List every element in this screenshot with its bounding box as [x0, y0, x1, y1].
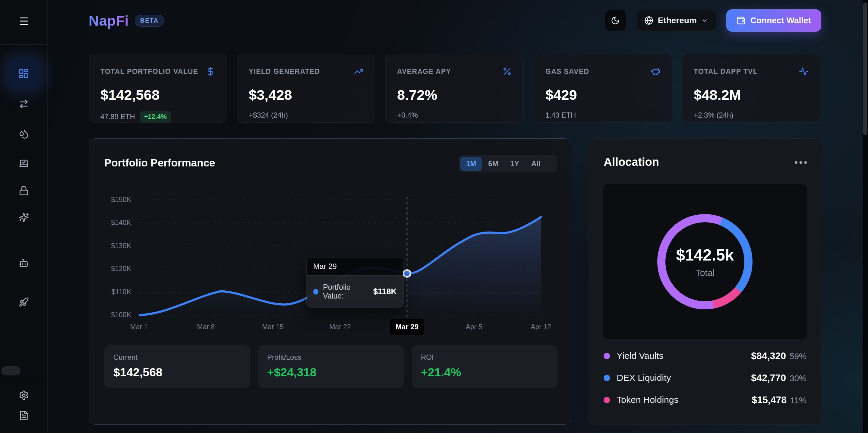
tab-6m[interactable]: 6M	[483, 157, 504, 171]
x-tick: Mar 15	[262, 323, 284, 331]
legend-item-token-holdings: Token Holdings $15,478 11%	[603, 394, 806, 406]
y-tick: $100K	[89, 311, 131, 319]
legend-value: $15,478	[752, 394, 786, 406]
scrollbar-thumb[interactable]	[863, 2, 867, 135]
sidebar	[0, 0, 48, 433]
rocket-icon[interactable]	[19, 297, 29, 307]
stat-card-gas-saved: GAS SAVED $429 1.43 ETH	[534, 54, 672, 123]
ellipsis-icon[interactable]	[795, 160, 807, 165]
summary-current: Current $142,568	[104, 345, 250, 388]
percent-icon	[502, 67, 512, 76]
header-actions: Ethereum Connect Wallet	[605, 9, 821, 32]
x-tick: Apr 5	[466, 323, 483, 331]
y-tick: $110K	[89, 288, 131, 296]
stat-value: $142,568	[100, 87, 215, 103]
x-tick: Apr 12	[531, 323, 551, 331]
stat-label: GAS SAVED	[546, 67, 589, 76]
theme-toggle-button[interactable]	[605, 10, 626, 31]
tooltip-series-label: Portfolio Value:	[323, 283, 369, 300]
summary-value: +21.4%	[421, 366, 549, 379]
x-tick: Mar 8	[197, 323, 215, 331]
tab-all[interactable]: All	[526, 157, 546, 171]
y-tick: $140K	[89, 219, 131, 227]
allocation-donut-chart[interactable]: $142.5k Total	[657, 214, 752, 309]
sidebar-item-dashboard[interactable]	[8, 59, 40, 88]
stat-label: AVERAGE APY	[397, 67, 451, 76]
droplets-icon[interactable]	[19, 129, 29, 139]
stat-card-tvl: TOTAL DAPP TVL $48.2M +2.3% (24h)	[682, 54, 820, 123]
stat-card-yield: YIELD GENERATED $3,428 +$324 (24h)	[237, 54, 375, 123]
tooltip-value: $118K	[373, 287, 397, 297]
moon-icon	[611, 16, 620, 25]
series-dot	[313, 289, 318, 295]
swap-arrows-icon[interactable]	[19, 99, 29, 109]
summary-label: ROI	[421, 353, 549, 362]
settings-icon[interactable]	[19, 390, 29, 400]
portfolio-title: Portfolio Performance	[104, 157, 215, 169]
stat-sub: +$324 (24h)	[249, 111, 288, 119]
connect-wallet-label: Connect Wallet	[750, 16, 811, 25]
network-selector[interactable]: Ethereum	[636, 10, 716, 31]
dollar-icon	[206, 67, 215, 76]
legend-dot-pink	[603, 397, 610, 403]
stat-card-portfolio-value: TOTAL PORTFOLIO VALUE $142,568 47.89 ETH…	[89, 54, 227, 123]
summary-profit-loss: Profit/Loss +$24,318	[258, 345, 404, 388]
layout-dashboard-icon	[19, 68, 29, 79]
stat-card-apy: AVERAGE APY 8.72% +0.4%	[385, 54, 524, 123]
stat-sub: +2.3% (24h)	[694, 111, 733, 119]
connect-wallet-button[interactable]: Connect Wallet	[726, 9, 821, 32]
legend-value: $84,320	[751, 350, 786, 362]
portfolio-performance-card: Portfolio Performance 1M 6M 1Y All $150K…	[89, 138, 571, 425]
portfolio-summary-row: Current $142,568 Profit/Loss +$24,318 RO…	[104, 345, 557, 388]
allocation-title: Allocation	[603, 156, 659, 168]
stat-cards-row: TOTAL PORTFOLIO VALUE $142,568 47.89 ETH…	[89, 54, 821, 123]
x-tick-highlight: Mar 29	[390, 319, 424, 335]
document-icon[interactable]	[19, 410, 29, 421]
legend-dot-purple	[603, 353, 610, 359]
x-tick: Mar 22	[329, 323, 351, 331]
y-tick: $150K	[89, 196, 131, 204]
legend-item-dex-liquidity: DEX Liquidity $42,770 30%	[603, 372, 806, 384]
trending-up-icon	[354, 67, 364, 76]
y-tick: $130K	[89, 242, 131, 250]
sparkles-icon[interactable]	[19, 212, 29, 222]
stat-value: $3,428	[249, 87, 364, 103]
app-logo: NapFi	[89, 12, 129, 29]
robot-icon[interactable]	[19, 258, 29, 268]
laptop-check-icon[interactable]	[19, 158, 29, 168]
x-tick: Mar 1	[130, 323, 148, 331]
legend-percent: 30%	[789, 374, 806, 383]
legend-percent: 59%	[789, 351, 806, 361]
legend-dot-blue	[603, 375, 610, 381]
stat-label: TOTAL DAPP TVL	[694, 67, 758, 76]
header: NapFi BETA Ethereum	[89, 7, 821, 34]
stat-value: $48.2M	[694, 87, 809, 103]
network-label: Ethereum	[658, 16, 697, 25]
legend-name: Token Holdings	[617, 395, 678, 405]
legend-value: $42,770	[751, 372, 786, 383]
piggy-bank-icon	[651, 67, 660, 76]
tab-1y[interactable]: 1Y	[505, 157, 525, 171]
beta-badge: BETA	[135, 15, 164, 27]
activity-icon	[799, 67, 809, 76]
main-content: NapFi BETA Ethereum	[48, 0, 868, 433]
brand: NapFi BETA	[89, 12, 164, 29]
summary-label: Current	[113, 353, 241, 362]
menu-icon[interactable]	[19, 16, 29, 27]
range-tabs: 1M 6M 1Y All	[459, 155, 557, 173]
legend-percent: 11%	[790, 396, 806, 405]
legend-name: DEX Liquidity	[617, 373, 671, 383]
change-badge: +12.4%	[140, 111, 171, 122]
stat-label: TOTAL PORTFOLIO VALUE	[100, 67, 198, 76]
page-scrollbar	[863, 0, 868, 433]
summary-value: +$24,318	[267, 366, 395, 379]
globe-icon	[644, 16, 653, 25]
donut-chart-panel: $142.5k Total	[603, 184, 807, 339]
donut-total-label: Total	[695, 268, 715, 278]
tab-1m[interactable]: 1M	[460, 157, 482, 171]
stat-sub: 47.89 ETH	[100, 113, 135, 121]
sidebar-scroll-pill	[1, 366, 21, 375]
wallet-icon	[737, 16, 746, 25]
donut-total-value: $142.5k	[676, 246, 734, 264]
lock-icon[interactable]	[19, 185, 29, 196]
